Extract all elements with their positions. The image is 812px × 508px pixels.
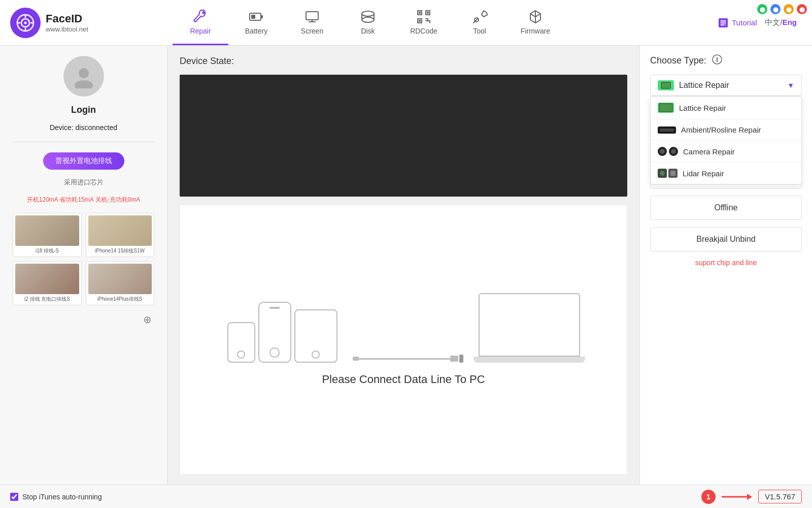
logo-area: FaceID www.lbtool.net xyxy=(5,8,173,38)
close-button[interactable]: ⬤ xyxy=(797,4,807,14)
svg-rect-16 xyxy=(419,12,421,14)
tab-screen-label: Screen xyxy=(301,27,323,35)
tab-firmware[interactable]: Firmware xyxy=(507,0,563,45)
maximize-button[interactable]: ⬤ xyxy=(757,4,767,14)
dropdown-item-camera[interactable]: Camera Repair xyxy=(651,141,801,163)
lang-en[interactable]: Eng xyxy=(783,18,797,26)
dropdown-item-ambient[interactable]: Ambient/Rosline Repair xyxy=(651,119,801,141)
video-preview xyxy=(180,75,627,197)
logo-icon xyxy=(10,8,41,38)
svg-rect-18 xyxy=(419,20,421,22)
language-switch[interactable]: 中文/Eng xyxy=(765,18,797,27)
tab-disk[interactable]: Disk xyxy=(340,0,396,45)
arrow-indicator xyxy=(722,491,752,503)
camera-icon xyxy=(658,147,678,156)
dropdown-menu: Lattice Repair Ambient/Rosline Repair Ca… xyxy=(650,96,802,184)
avatar xyxy=(63,56,104,97)
breakjail-button[interactable]: Breakjail Unbind xyxy=(650,227,802,251)
notification-badge: 1 xyxy=(701,490,716,504)
minimize-button[interactable]: ⬤ xyxy=(770,4,781,14)
svg-rect-28 xyxy=(660,104,672,111)
sidebar: Login Device: disconnected 普视外置电池排线 采用进口… xyxy=(0,46,167,485)
tutorial-button[interactable]: Tutorial xyxy=(718,17,757,28)
zoom-icon[interactable]: ⊕ xyxy=(143,313,152,326)
selected-icon xyxy=(658,80,674,90)
svg-point-22 xyxy=(79,68,89,78)
tab-rdcode[interactable]: RDCode xyxy=(396,0,452,45)
tab-tool[interactable]: Tool xyxy=(452,0,507,45)
choose-type-label: Choose Type: xyxy=(650,55,706,66)
device-tablet xyxy=(294,309,337,363)
product-image-1 xyxy=(15,215,79,246)
right-panel: Choose Type: Lattice Repair ▼ xyxy=(639,46,812,485)
svg-point-12 xyxy=(362,11,374,16)
device-phone-large xyxy=(258,302,291,363)
tab-disk-label: Disk xyxy=(361,27,375,35)
device-phone-small xyxy=(227,322,255,363)
list-item[interactable]: iPhone14Plus排线S xyxy=(86,261,154,305)
svg-rect-10 xyxy=(306,12,318,20)
tab-firmware-label: Firmware xyxy=(521,27,550,35)
main-area: Login Device: disconnected 普视外置电池排线 采用进口… xyxy=(0,46,812,485)
product-grid: i18 排线-S iPhone14 15排线S1W i2 排线 充电口排线S i… xyxy=(13,213,154,305)
product-label-1: i18 排线-S xyxy=(36,247,59,255)
product-label-3: i2 排线 充电口排线S xyxy=(24,296,70,303)
restore-button[interactable]: ⬤ xyxy=(784,4,794,14)
tab-repair[interactable]: Repair xyxy=(173,0,228,45)
svg-rect-9 xyxy=(251,15,255,19)
stop-itunes-checkbox[interactable]: Stop iTunes auto-running xyxy=(10,493,102,501)
info-icon[interactable] xyxy=(712,54,723,68)
stop-itunes-label: Stop iTunes auto-running xyxy=(22,493,102,501)
support-text: suport chip and line xyxy=(650,259,802,267)
tab-screen[interactable]: Screen xyxy=(284,0,340,45)
camera-repair-label: Camera Repair xyxy=(683,147,735,156)
svg-rect-26 xyxy=(662,83,670,88)
tab-tool-label: Tool xyxy=(473,27,486,35)
dropdown-item-lattice[interactable]: Lattice Repair xyxy=(651,97,801,119)
devices-illustration xyxy=(227,293,580,363)
svg-point-23 xyxy=(75,80,93,88)
svg-rect-17 xyxy=(427,12,429,14)
offline-button[interactable]: Offline xyxy=(650,196,802,220)
bottom-right: 1 V1.5.767 xyxy=(701,490,802,504)
svg-rect-8 xyxy=(261,15,263,18)
device-status: Device: disconnected xyxy=(50,123,117,132)
app-subtitle: www.lbtool.net xyxy=(46,25,88,33)
lidar-repair-label: Lidar Repair xyxy=(683,169,724,178)
lang-zh[interactable]: 中文 xyxy=(765,18,780,26)
ambient-repair-label: Ambient/Rosline Repair xyxy=(681,125,761,134)
product-image-3 xyxy=(15,264,79,294)
ambient-icon xyxy=(658,126,676,134)
login-label[interactable]: Login xyxy=(71,105,96,115)
lattice-repair-label: Lattice Repair xyxy=(679,104,726,112)
chevron-down-icon: ▼ xyxy=(787,81,794,89)
stop-itunes-input[interactable] xyxy=(10,493,18,501)
dropdown-selected-label: Lattice Repair xyxy=(679,81,729,90)
window-controls: ⬤ ⬤ ⬤ ⬤ xyxy=(757,4,807,14)
list-item[interactable]: iPhone14 15排线S1W xyxy=(86,213,154,257)
tab-battery[interactable]: Battery xyxy=(228,0,284,45)
tab-rdcode-label: RDCode xyxy=(410,27,437,35)
product-label-2: iPhone14 15排线S1W xyxy=(95,247,145,255)
lidar-icon xyxy=(658,169,678,178)
list-item[interactable]: i18 排线-S xyxy=(13,213,81,257)
tab-repair-label: Repair xyxy=(190,27,211,35)
svg-marker-30 xyxy=(747,494,752,500)
bottom-bar: Stop iTunes auto-running 1 V1.5.767 xyxy=(0,485,812,508)
nav-right: Tutorial 中文/Eng xyxy=(718,17,807,28)
promo-spec: 开机120mA 省功耗15mA 关机-充功耗0mA xyxy=(27,195,140,205)
promo-button[interactable]: 普视外置电池排线 xyxy=(43,152,124,170)
dropdown-selected[interactable]: Lattice Repair ▼ xyxy=(650,75,802,96)
list-item[interactable]: i2 排线 充电口排线S xyxy=(13,261,81,305)
type-dropdown[interactable]: Lattice Repair ▼ Lattice Repair Ambient/… xyxy=(650,75,802,96)
version-badge: V1.5.767 xyxy=(758,490,802,503)
divider xyxy=(13,142,154,142)
device-laptop xyxy=(479,293,580,363)
tutorial-label: Tutorial xyxy=(732,18,757,27)
product-image-2 xyxy=(88,215,152,246)
dropdown-item-lidar[interactable]: Lidar Repair xyxy=(651,163,801,184)
svg-point-11 xyxy=(362,17,374,22)
tab-battery-label: Battery xyxy=(245,27,267,35)
device-state-label: Device State: xyxy=(180,56,627,67)
app-title: FaceID xyxy=(46,12,88,25)
